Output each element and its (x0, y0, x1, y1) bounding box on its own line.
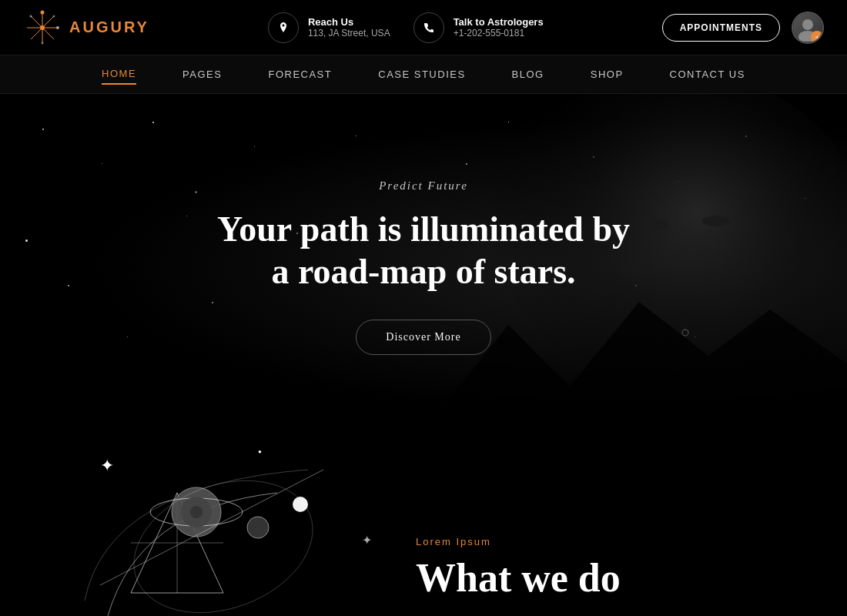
bottom-section: ✦ ● ✦ (0, 440, 847, 616)
appointments-button[interactable]: APPOINTMENTS (662, 14, 780, 42)
svg-point-22 (247, 517, 269, 538)
header-right: APPOINTMENTS (662, 12, 824, 44)
svg-point-11 (798, 31, 817, 42)
hero-section: Predict Future Your path is illuminated … (0, 94, 847, 440)
svg-point-8 (53, 15, 55, 17)
svg-point-23 (293, 497, 308, 512)
nav-forecast[interactable]: FORECAST (268, 65, 332, 84)
hero-title: Your path is illuminated by a road-map o… (208, 208, 639, 293)
avatar-image (793, 13, 822, 42)
nav-pages[interactable]: PAGES (182, 65, 222, 84)
talk-label: Talk to Astrologers (454, 16, 544, 28)
logo-area[interactable]: AUGURY (23, 8, 149, 47)
phone-icon (413, 12, 444, 43)
discover-more-button[interactable]: Discover More (356, 320, 490, 355)
talk-item: Talk to Astrologers +1-202-555-0181 (413, 12, 544, 43)
hero-content: Predict Future Your path is illuminated … (208, 179, 639, 355)
nav-shop[interactable]: SHOP (591, 65, 624, 84)
astro-svg (62, 447, 331, 616)
logo-text: AUGURY (69, 18, 149, 36)
reach-us-label: Reach Us (308, 16, 390, 28)
reach-us-item: Reach Us 113, JA Street, USA (268, 12, 390, 43)
user-avatar[interactable] (792, 12, 824, 44)
svg-point-10 (802, 19, 813, 30)
section-label: Lorem Ipsum (416, 536, 801, 547)
section-title: What we do (416, 555, 801, 601)
logo-icon (23, 8, 62, 47)
reach-us-text: Reach Us 113, JA Street, USA (308, 16, 390, 38)
svg-point-27 (190, 506, 203, 518)
nav-case-studies[interactable]: CASE STUDIES (378, 65, 465, 84)
main-nav: HOME PAGES FORECAST CASE STUDIES BLOG SH… (0, 55, 847, 94)
svg-point-5 (41, 10, 45, 14)
location-icon (268, 12, 299, 43)
talk-value: +1-202-555-0181 (454, 28, 544, 38)
reach-us-value: 113, JA Street, USA (308, 28, 390, 38)
site-header: AUGURY Reach Us 113, JA Street, USA Talk… (0, 0, 847, 55)
talk-text: Talk to Astrologers +1-202-555-0181 (454, 16, 544, 38)
bottom-right: Lorem Ipsum What we do (400, 440, 847, 616)
star-icon: ✦ (362, 533, 372, 547)
nav-home[interactable]: HOME (102, 64, 136, 85)
contact-group: Reach Us 113, JA Street, USA Talk to Ast… (149, 12, 662, 43)
svg-point-7 (30, 15, 32, 17)
bottom-illustration: ✦ ● ✦ (0, 440, 400, 616)
hero-subtitle: Predict Future (208, 179, 639, 192)
svg-point-6 (56, 26, 59, 29)
nav-contact-us[interactable]: CONTACT US (670, 65, 745, 84)
nav-blog[interactable]: BLOG (512, 65, 544, 84)
svg-point-9 (42, 42, 44, 44)
